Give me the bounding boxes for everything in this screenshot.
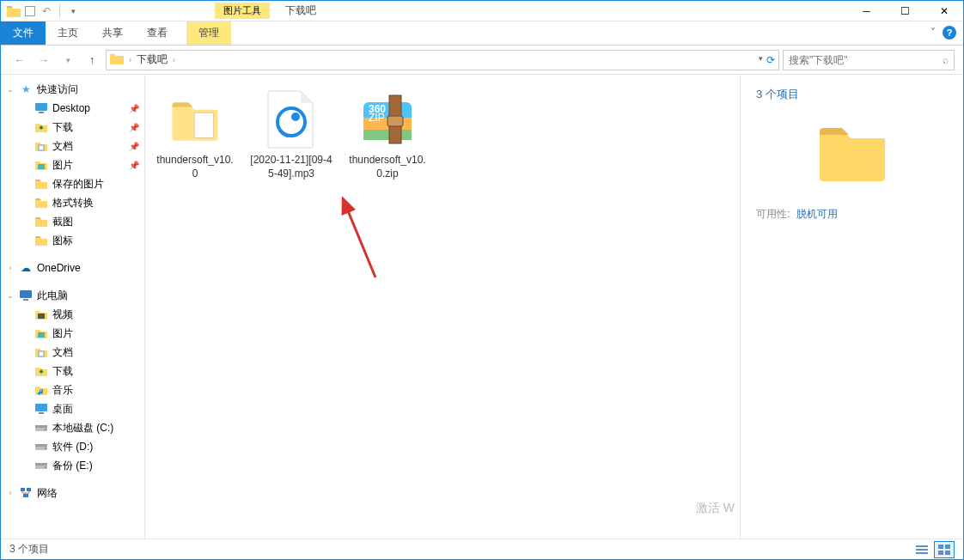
svg-rect-28 [363,130,412,140]
svg-rect-37 [916,552,928,554]
chevron-down-icon[interactable]: ⌄ [6,291,15,300]
svg-rect-20 [21,488,25,491]
sidebar-item[interactable]: 文档 [1,343,144,362]
chevron-right-icon[interactable]: › [6,264,15,272]
titlebar: ↶ ▾ 图片工具 下载吧 ─ ☐ ✕ [1,1,963,21]
svg-line-34 [343,198,375,277]
sidebar-item-label: 下载 [52,364,139,379]
icons-view-button[interactable] [934,541,955,558]
svg-point-16 [45,447,46,449]
cloud-icon: ☁ [18,261,34,275]
close-button[interactable]: ✕ [924,1,963,21]
sidebar-item[interactable]: 软件 (D:) [1,437,144,456]
sidebar-item[interactable]: 下载📌 [1,118,144,137]
chevron-right-icon[interactable]: › [173,56,175,64]
checkbox-icon[interactable] [25,6,35,16]
address-dropdown-icon[interactable]: ▾ [759,54,763,66]
chevron-right-icon[interactable]: › [6,489,15,497]
folder-icon [34,196,49,210]
forward-button[interactable]: → [34,50,54,70]
sidebar-item[interactable]: 备份 (E:) [1,456,144,475]
tab-view[interactable]: 查看 [135,21,180,45]
pics-icon [34,158,49,172]
svg-rect-15 [35,444,47,447]
folder-icon [34,234,49,247]
sidebar-item-label: Desktop [52,102,125,114]
tab-file[interactable]: 文件 [1,21,46,45]
sidebar-item-label: 图片 [52,326,139,341]
status-bar: 3 个项目 [1,539,963,559]
chevron-down-icon[interactable]: ⌄ [6,85,15,94]
mp3-icon [259,87,324,152]
folder-icon [110,52,124,67]
search-input[interactable] [789,54,943,66]
svg-point-19 [45,466,46,468]
folder-icon [162,87,228,152]
svg-rect-36 [916,549,928,551]
search-icon[interactable]: ⌕ [943,54,949,66]
tab-home[interactable]: 主页 [46,21,90,45]
folder-icon[interactable] [6,3,21,19]
file-item[interactable]: thundersoft_v10.0 [152,87,238,180]
svg-rect-21 [27,488,31,491]
breadcrumb-item[interactable]: 下载吧 [137,52,168,67]
sidebar-item[interactable]: 视频 [1,305,144,324]
file-item[interactable]: 360ZIPthundersoft_v10.0.zip [345,87,430,180]
window-controls: ─ ☐ ✕ [847,1,963,21]
tab-share[interactable]: 共享 [90,21,135,45]
svg-rect-0 [35,103,47,111]
pin-icon: 📌 [129,142,139,151]
details-view-button[interactable] [912,541,932,558]
sidebar-item[interactable]: 桌面 [1,399,144,418]
sidebar-item[interactable]: 格式转换 [1,193,144,212]
sidebar-item[interactable]: 图片📌 [1,155,144,174]
quick-access-header[interactable]: ⌄ ★ 快速访问 [1,80,144,99]
sidebar-item-label: 下载 [52,120,125,135]
pin-icon: 📌 [129,161,139,170]
recent-dropdown-icon[interactable]: ▾ [58,50,78,70]
pics-icon [34,326,49,340]
back-button[interactable]: ← [9,50,30,70]
onedrive-item[interactable]: › ☁ OneDrive [1,259,144,277]
sidebar-item[interactable]: 音乐 [1,380,144,399]
search-box[interactable]: ⌕ [783,50,955,70]
sidebar-item-label: 文档 [52,345,139,360]
ribbon-expand-icon[interactable]: ˅ [930,27,936,39]
this-pc-header[interactable]: ⌄ 此电脑 [1,286,144,305]
sidebar-item-label: 文档 [52,139,125,154]
sidebar-item[interactable]: Desktop📌 [1,99,144,118]
network-item[interactable]: › 网络 [1,484,144,502]
sidebar-item[interactable]: 图标 [1,231,144,250]
qat-dropdown-icon[interactable]: ▾ [65,3,81,19]
sidebar-item[interactable]: 截图 [1,212,144,231]
sidebar-item[interactable]: 图片 [1,324,144,343]
address-bar[interactable]: › 下载吧 › ▾ ⟳ [106,50,779,70]
sidebar-item-label: 图标 [52,234,139,248]
navigation-bar: ← → ▾ ↑ › 下载吧 › ▾ ⟳ ⌕ [1,46,963,75]
sidebar-item[interactable]: 文档📌 [1,137,144,155]
svg-rect-1 [39,112,44,113]
sidebar-item[interactable]: 下载 [1,362,144,380]
folder-icon [34,215,49,228]
svg-rect-39 [945,545,950,549]
annotation-arrow [333,192,384,286]
pc-icon [18,289,34,302]
video-icon [34,307,49,321]
up-button[interactable]: ↑ [82,50,102,70]
window-title: 下载吧 [285,3,316,18]
undo-icon[interactable]: ↶ [39,3,54,19]
tab-manage[interactable]: 管理 [186,21,231,45]
sidebar-item[interactable]: 本地磁盘 (C:) [1,418,144,437]
svg-rect-23 [194,113,213,137]
svg-rect-35 [916,545,928,547]
help-icon[interactable]: ? [943,26,956,40]
svg-rect-12 [35,425,47,428]
maximize-button[interactable]: ☐ [886,1,924,21]
minimize-button[interactable]: ─ [847,1,886,21]
sidebar-item[interactable]: 保存的图片 [1,174,144,193]
chevron-right-icon[interactable]: › [129,56,131,64]
svg-rect-7 [38,332,45,338]
file-item[interactable]: [2020-11-21][09-45-49].mp3 [248,87,334,180]
refresh-icon[interactable]: ⟳ [766,54,775,66]
file-list[interactable]: thundersoft_v10.0[2020-11-21][09-45-49].… [145,75,740,539]
